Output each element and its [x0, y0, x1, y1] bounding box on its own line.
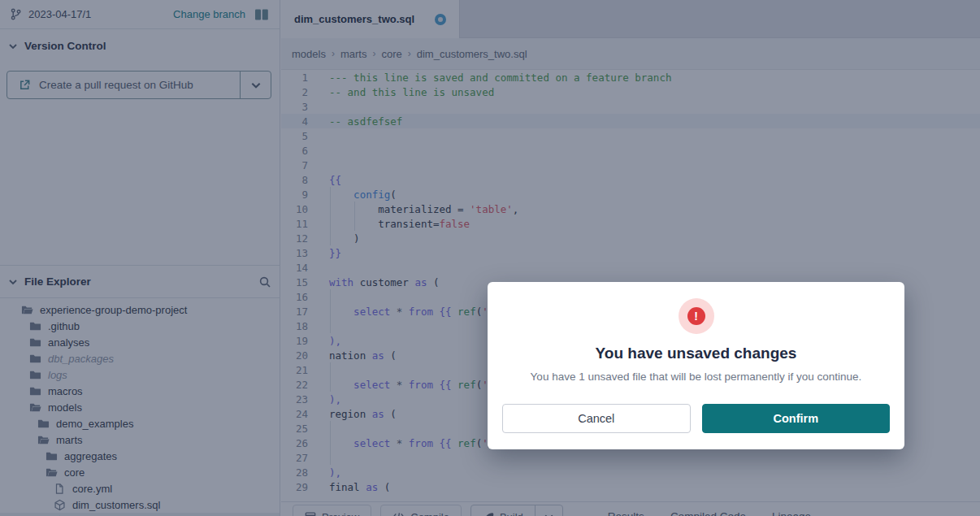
- modal-title: You have unsaved changes: [596, 345, 797, 362]
- dbt-ide-app: 2023-04-17/1 Change branch Version Contr…: [0, 0, 980, 516]
- error-exclamation-icon: !: [687, 307, 705, 325]
- unsaved-changes-modal: ! You have unsaved changes You have 1 un…: [488, 282, 904, 449]
- confirm-button[interactable]: Confirm: [702, 404, 891, 433]
- warning-icon-circle: !: [679, 298, 714, 334]
- modal-actions: Cancel Confirm: [488, 404, 904, 433]
- cancel-button[interactable]: Cancel: [502, 404, 691, 433]
- modal-body-text: You have 1 unsaved file that will be los…: [531, 371, 862, 383]
